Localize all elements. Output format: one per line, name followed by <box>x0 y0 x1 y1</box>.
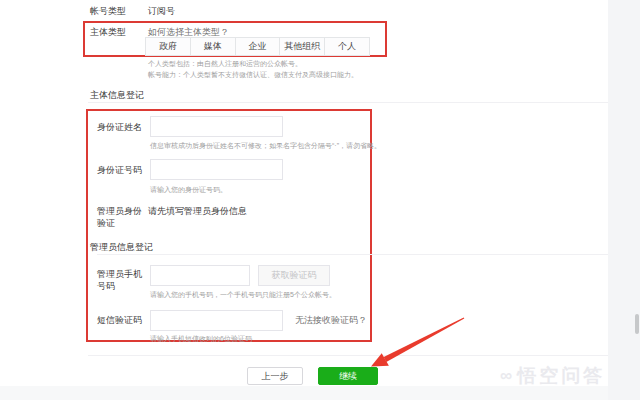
admin-info-title: 管理员信息登记 <box>90 241 153 254</box>
subject-type-note-1: 个人类型包括：由自然人注册和运营的公众帐号。 <box>148 59 302 69</box>
sms-code-input[interactable] <box>150 310 283 331</box>
cannot-receive-code-link[interactable]: 无法接收验证码？ <box>295 314 367 327</box>
admin-phone-input[interactable] <box>150 265 250 286</box>
id-number-label: 身份证号码 <box>97 164 145 176</box>
id-name-label: 身份证姓名 <box>97 121 145 133</box>
subject-type-option-media[interactable]: 媒体 <box>191 38 236 55</box>
section-divider <box>88 102 608 103</box>
subject-type-option-other-org[interactable]: 其他组织 <box>280 38 325 55</box>
watermark-text: 悟空问答 <box>517 363 605 389</box>
subject-type-option-personal[interactable]: 个人 <box>325 38 369 55</box>
subject-info-title: 主体信息登记 <box>90 89 144 102</box>
admin-phone-hint: 请输入您的手机号码，一个手机号码只能注册5个公众帐号。 <box>150 290 336 300</box>
back-button[interactable]: 上一步 <box>247 367 303 385</box>
footer-divider <box>88 355 608 356</box>
continue-button[interactable]: 继续 <box>318 367 378 385</box>
admin-verify-label: 管理员身份验证 <box>97 205 145 229</box>
registration-page: 帐号类型 订阅号 主体类型 如何选择主体类型？ 政府 媒体 企业 其他组织 个人… <box>0 0 640 400</box>
subject-type-label: 主体类型 <box>90 26 126 38</box>
id-number-hint: 请输入您的身份证号码。 <box>150 185 227 195</box>
id-number-input[interactable] <box>150 159 283 180</box>
get-code-button[interactable]: 获取验证码 <box>258 265 330 286</box>
subject-type-option-enterprise[interactable]: 企业 <box>236 38 281 55</box>
account-type-label: 帐号类型 <box>90 5 126 17</box>
id-name-input[interactable] <box>150 116 283 137</box>
subject-type-note-2: 帐号能力：个人类型暂不支持微信认证、微信支付及高级接口能力。 <box>148 70 358 80</box>
admin-phone-label: 管理员手机号码 <box>97 268 145 292</box>
page-gutter <box>608 0 640 400</box>
scrollbar-thumb[interactable] <box>635 314 639 334</box>
watermark-logo-icon: ∞ <box>500 366 512 386</box>
sms-code-hint: 请输入手机短信收到的6位验证码 <box>150 334 252 344</box>
sms-code-label: 短信验证码 <box>97 314 145 326</box>
id-name-hint: 信息审核成功后身份证姓名不可修改；如果名字包含分隔号“·”，请勿省略。 <box>150 141 381 151</box>
watermark: ∞ 悟空问答 <box>500 363 605 389</box>
subject-type-selector: 政府 媒体 企业 其他组织 个人 <box>145 37 370 56</box>
subject-type-option-government[interactable]: 政府 <box>146 38 191 55</box>
section-divider-2 <box>97 254 608 255</box>
annotation-arrow-icon <box>0 0 640 400</box>
account-type-value: 订阅号 <box>148 5 175 17</box>
admin-verify-text: 请先填写管理员身份信息 <box>148 205 247 217</box>
